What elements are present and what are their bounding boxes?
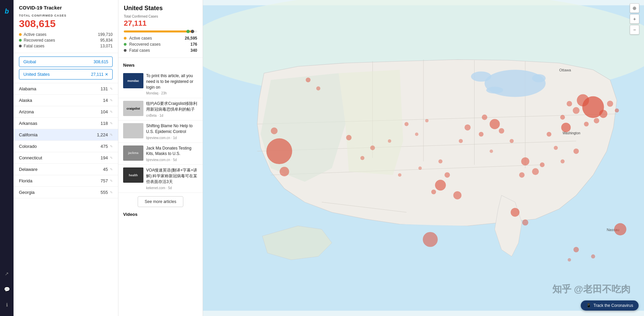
- region-recovered-value: 176: [190, 42, 197, 47]
- state-count: 1,224: [97, 132, 108, 137]
- state-count: 118: [100, 121, 108, 126]
- svg-point-23: [615, 109, 619, 113]
- svg-point-68: [591, 254, 595, 258]
- pencil-icon: ✎: [110, 133, 113, 137]
- svg-point-59: [398, 173, 401, 177]
- region-fatal-value: 340: [190, 48, 197, 53]
- svg-point-67: [573, 247, 579, 252]
- news-thumb-image: craigslist: [123, 101, 143, 116]
- news-item[interactable]: mondac To print this article, all you ne…: [118, 70, 203, 98]
- svg-point-17: [573, 107, 579, 114]
- state-row[interactable]: Delaware 45 ✎: [14, 164, 118, 175]
- active-label: Active cases: [24, 32, 46, 37]
- region-recovered-label: Recovered cases: [129, 42, 161, 47]
- location-buttons: Global 308,615 United States 27,111 ✕: [14, 53, 118, 83]
- state-row[interactable]: Florida 757 ✎: [14, 175, 118, 187]
- svg-point-12: [532, 74, 546, 82]
- svg-point-45: [370, 145, 375, 150]
- news-title-text: 纽约AG要求Craigslist移除利用新冠病毒恐惧牟利的帖子: [146, 101, 198, 112]
- news-item[interactable]: craigslist 纽约AG要求Craigslist移除利用新冠病毒恐惧牟利的…: [118, 98, 203, 120]
- region-active-value: 26,595: [185, 36, 197, 41]
- svg-point-66: [423, 232, 438, 247]
- tracker-title: COVID-19 Tracker: [19, 5, 113, 10]
- pencil-icon: ✎: [110, 110, 113, 114]
- gps-button[interactable]: ⊕: [630, 3, 639, 13]
- state-row[interactable]: California 1,224 ✎: [14, 129, 118, 141]
- svg-point-42: [459, 139, 463, 143]
- track-label: Track the Coronavirus: [593, 303, 633, 308]
- share-icon[interactable]: ↗: [2, 269, 12, 279]
- middle-panel: ◀ United States Total Confirmed Cases 27…: [118, 0, 203, 316]
- news-item[interactable]: health VOA慢速英语(翻译+字幕+讲解):科学家称新冠病毒可在某些表面存…: [118, 165, 203, 193]
- active-value: 199,710: [98, 32, 113, 37]
- svg-point-38: [511, 208, 520, 217]
- svg-point-11: [471, 71, 491, 82]
- fatal-cases-row: Fatal cases 13,071: [19, 44, 113, 48]
- chat-icon[interactable]: 💬: [2, 284, 12, 294]
- news-title: News: [118, 61, 203, 70]
- state-row[interactable]: Alaska 14 ✎: [14, 95, 118, 106]
- state-row[interactable]: Connecticut 194 ✎: [14, 152, 118, 164]
- svg-point-46: [360, 156, 364, 160]
- region-active-row: Active cases 26,595: [124, 36, 197, 41]
- svg-point-31: [431, 189, 436, 194]
- news-content: To print this article, all you need is t…: [146, 73, 198, 95]
- global-label: Global: [23, 59, 36, 64]
- svg-point-19: [607, 100, 613, 107]
- zoom-out-button[interactable]: −: [630, 25, 639, 35]
- total-confirmed-label: TOTAL CONFIRMED CASES: [19, 14, 113, 17]
- recovered-cases-row: Recovered cases 95,834: [19, 38, 113, 43]
- state-row[interactable]: Alabama 131 ✎: [14, 83, 118, 95]
- total-confirmed-number: 308,615: [19, 18, 113, 29]
- global-count: 308,615: [94, 60, 108, 64]
- news-meta: bjreview.com.cn · 1d: [146, 136, 198, 140]
- news-thumb-image: mondac: [123, 73, 143, 88]
- state-row[interactable]: Colorado 475 ✎: [14, 141, 118, 152]
- svg-point-33: [499, 128, 504, 134]
- global-button[interactable]: Global 308,615: [19, 57, 113, 67]
- state-count: 194: [100, 155, 108, 160]
- svg-point-16: [599, 110, 607, 118]
- state-count: 475: [100, 144, 108, 149]
- svg-point-26: [280, 167, 289, 176]
- svg-point-43: [482, 115, 487, 120]
- news-thumb-image: health: [123, 167, 143, 183]
- pencil-icon: ✎: [110, 156, 113, 160]
- news-item[interactable]: jackma Jack Ma Donates Testing Kits, Mas…: [118, 143, 203, 165]
- region-active-dot: [124, 37, 127, 40]
- state-row[interactable]: Georgia 555 ✎: [14, 187, 118, 198]
- region-confirmed-num: 27,111: [124, 19, 197, 28]
- bing-logo-icon[interactable]: b: [2, 6, 12, 16]
- track-coronavirus-button[interactable]: 📱 Track the Coronavirus: [581, 300, 639, 311]
- news-thumb-image: [123, 123, 143, 138]
- us-button[interactable]: United States 27,111 ✕: [19, 69, 113, 80]
- map-controls: ⊕ + −: [630, 3, 639, 35]
- map-area[interactable]: Nassau Ottawa Washington ⊕ + − 知乎 @老田不吃肉…: [203, 0, 644, 316]
- state-name: Connecticut: [19, 155, 42, 160]
- svg-point-25: [267, 138, 292, 164]
- state-row[interactable]: Arizona 104 ✎: [14, 106, 118, 118]
- svg-text:Ottawa: Ottawa: [559, 68, 571, 72]
- state-count: 14: [103, 98, 108, 103]
- state-row[interactable]: Arkansas 118 ✎: [14, 118, 118, 129]
- news-content: VOA慢速英语(翻译+字幕+讲解):科学家称新冠病毒可在某些表面存活3天 kek…: [146, 167, 198, 189]
- svg-point-34: [521, 157, 529, 165]
- states-list: Alabama 131 ✎ Alaska 14 ✎ Arizona 104 ✎ …: [14, 83, 118, 316]
- us-close-icon[interactable]: ✕: [105, 72, 108, 77]
- svg-point-50: [415, 133, 418, 136]
- pencil-icon: ✎: [110, 121, 113, 125]
- news-thumbnail: mondac: [123, 73, 143, 88]
- us-label: United States: [23, 72, 50, 77]
- info-icon[interactable]: ℹ: [2, 300, 12, 310]
- svg-point-47: [306, 77, 310, 82]
- see-more-button[interactable]: See more articles: [138, 196, 183, 207]
- us-count: 27,111: [91, 72, 104, 77]
- svg-point-55: [547, 132, 551, 137]
- fatal-label: Fatal cases: [24, 44, 44, 48]
- zoom-in-button[interactable]: +: [630, 14, 639, 24]
- recovered-value: 95,834: [100, 38, 113, 43]
- svg-point-20: [584, 122, 589, 127]
- svg-point-61: [560, 159, 565, 163]
- news-thumbnail: [123, 123, 143, 138]
- news-item[interactable]: Shifting Blame No Help to U.S. Epidemic …: [118, 120, 203, 143]
